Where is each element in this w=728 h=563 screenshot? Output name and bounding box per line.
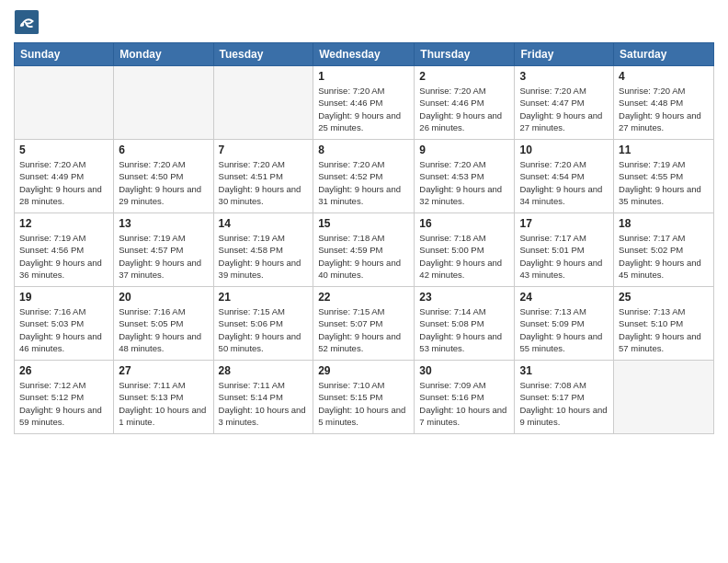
day-number: 14: [219, 217, 309, 230]
day-header-wednesday: Wednesday: [313, 43, 415, 66]
day-info: Sunrise: 7:16 AMSunset: 5:03 PMDaylight:…: [19, 305, 108, 354]
day-number: 23: [419, 291, 509, 304]
day-number: 8: [318, 144, 409, 156]
day-number: 22: [318, 291, 409, 304]
day-info: Sunrise: 7:17 AMSunset: 5:02 PMDaylight:…: [619, 232, 709, 281]
calendar-cell: 30Sunrise: 7:09 AMSunset: 5:16 PMDayligh…: [415, 361, 515, 434]
calendar-cell: 15Sunrise: 7:18 AMSunset: 4:59 PMDayligh…: [313, 213, 415, 287]
day-number: 11: [619, 144, 709, 156]
calendar-cell: 20Sunrise: 7:16 AMSunset: 5:05 PMDayligh…: [114, 287, 213, 361]
calendar-cell: [213, 66, 313, 140]
calendar-cell: 29Sunrise: 7:10 AMSunset: 5:15 PMDayligh…: [313, 361, 415, 434]
day-number: 27: [119, 364, 208, 377]
header: [14, 9, 714, 35]
calendar-cell: [614, 361, 714, 434]
calendar-cell: 17Sunrise: 7:17 AMSunset: 5:01 PMDayligh…: [515, 213, 614, 287]
week-row-5: 26Sunrise: 7:12 AMSunset: 5:12 PMDayligh…: [15, 361, 714, 434]
day-number: 30: [419, 364, 509, 377]
calendar-cell: 26Sunrise: 7:12 AMSunset: 5:12 PMDayligh…: [15, 361, 114, 434]
day-number: 24: [519, 291, 609, 304]
calendar-cell: 1Sunrise: 7:20 AMSunset: 4:46 PMDaylight…: [313, 66, 415, 140]
day-number: 17: [519, 217, 609, 230]
calendar-cell: 23Sunrise: 7:14 AMSunset: 5:08 PMDayligh…: [415, 287, 515, 361]
calendar-cell: [114, 66, 213, 140]
day-info: Sunrise: 7:15 AMSunset: 5:07 PMDaylight:…: [318, 305, 409, 354]
calendar-cell: 11Sunrise: 7:19 AMSunset: 4:55 PMDayligh…: [614, 140, 714, 213]
day-info: Sunrise: 7:20 AMSunset: 4:53 PMDaylight:…: [419, 158, 509, 207]
day-number: 10: [519, 144, 609, 156]
day-info: Sunrise: 7:20 AMSunset: 4:48 PMDaylight:…: [619, 85, 709, 133]
day-info: Sunrise: 7:20 AMSunset: 4:50 PMDaylight:…: [119, 158, 208, 207]
day-number: 1: [318, 70, 409, 83]
calendar-cell: 8Sunrise: 7:20 AMSunset: 4:52 PMDaylight…: [313, 140, 415, 213]
day-info: Sunrise: 7:09 AMSunset: 5:16 PMDaylight:…: [419, 379, 509, 428]
day-info: Sunrise: 7:20 AMSunset: 4:47 PMDaylight:…: [519, 85, 609, 133]
day-number: 19: [19, 291, 108, 304]
calendar-header-row: SundayMondayTuesdayWednesdayThursdayFrid…: [15, 43, 714, 66]
calendar-cell: 4Sunrise: 7:20 AMSunset: 4:48 PMDaylight…: [614, 66, 714, 140]
calendar-cell: 12Sunrise: 7:19 AMSunset: 4:56 PMDayligh…: [15, 213, 114, 287]
day-header-tuesday: Tuesday: [213, 43, 313, 66]
day-number: 13: [119, 217, 208, 230]
svg-point-1: [20, 23, 24, 27]
calendar: SundayMondayTuesdayWednesdayThursdayFrid…: [14, 42, 714, 434]
day-info: Sunrise: 7:19 AMSunset: 4:58 PMDaylight:…: [219, 232, 309, 281]
day-number: 29: [318, 364, 409, 377]
calendar-cell: 18Sunrise: 7:17 AMSunset: 5:02 PMDayligh…: [614, 213, 714, 287]
calendar-cell: 24Sunrise: 7:13 AMSunset: 5:09 PMDayligh…: [515, 287, 614, 361]
day-number: 2: [419, 70, 509, 83]
day-info: Sunrise: 7:08 AMSunset: 5:17 PMDaylight:…: [519, 379, 609, 428]
calendar-cell: 19Sunrise: 7:16 AMSunset: 5:03 PMDayligh…: [15, 287, 114, 361]
calendar-cell: 22Sunrise: 7:15 AMSunset: 5:07 PMDayligh…: [313, 287, 415, 361]
day-info: Sunrise: 7:16 AMSunset: 5:05 PMDaylight:…: [119, 305, 208, 354]
day-info: Sunrise: 7:18 AMSunset: 5:00 PMDaylight:…: [419, 232, 509, 281]
day-number: 31: [519, 364, 609, 377]
day-number: 9: [419, 144, 509, 156]
calendar-cell: 27Sunrise: 7:11 AMSunset: 5:13 PMDayligh…: [114, 361, 213, 434]
day-info: Sunrise: 7:20 AMSunset: 4:51 PMDaylight:…: [219, 158, 309, 207]
day-info: Sunrise: 7:20 AMSunset: 4:52 PMDaylight:…: [318, 158, 409, 207]
day-number: 25: [619, 291, 709, 304]
day-info: Sunrise: 7:20 AMSunset: 4:49 PMDaylight:…: [19, 158, 108, 207]
calendar-cell: 13Sunrise: 7:19 AMSunset: 4:57 PMDayligh…: [114, 213, 213, 287]
day-info: Sunrise: 7:10 AMSunset: 5:15 PMDaylight:…: [318, 379, 409, 428]
day-number: 20: [119, 291, 208, 304]
calendar-cell: 31Sunrise: 7:08 AMSunset: 5:17 PMDayligh…: [515, 361, 614, 434]
week-row-4: 19Sunrise: 7:16 AMSunset: 5:03 PMDayligh…: [15, 287, 714, 361]
calendar-cell: 21Sunrise: 7:15 AMSunset: 5:06 PMDayligh…: [213, 287, 313, 361]
day-info: Sunrise: 7:19 AMSunset: 4:55 PMDaylight:…: [619, 158, 709, 207]
calendar-cell: [15, 66, 114, 140]
day-info: Sunrise: 7:11 AMSunset: 5:13 PMDaylight:…: [119, 379, 208, 428]
calendar-cell: 16Sunrise: 7:18 AMSunset: 5:00 PMDayligh…: [415, 213, 515, 287]
day-info: Sunrise: 7:18 AMSunset: 4:59 PMDaylight:…: [318, 232, 409, 281]
day-number: 7: [219, 144, 309, 156]
logo: [14, 9, 43, 35]
day-info: Sunrise: 7:14 AMSunset: 5:08 PMDaylight:…: [419, 305, 509, 354]
calendar-cell: 10Sunrise: 7:20 AMSunset: 4:54 PMDayligh…: [515, 140, 614, 213]
day-header-friday: Friday: [515, 43, 614, 66]
day-header-monday: Monday: [114, 43, 213, 66]
week-row-2: 5Sunrise: 7:20 AMSunset: 4:49 PMDaylight…: [15, 140, 714, 213]
day-number: 16: [419, 217, 509, 230]
day-info: Sunrise: 7:19 AMSunset: 4:56 PMDaylight:…: [19, 232, 108, 281]
day-number: 28: [219, 364, 309, 377]
day-number: 21: [219, 291, 309, 304]
day-number: 26: [19, 364, 108, 377]
calendar-cell: 28Sunrise: 7:11 AMSunset: 5:14 PMDayligh…: [213, 361, 313, 434]
day-number: 18: [619, 217, 709, 230]
week-row-1: 1Sunrise: 7:20 AMSunset: 4:46 PMDaylight…: [15, 66, 714, 140]
calendar-cell: 7Sunrise: 7:20 AMSunset: 4:51 PMDaylight…: [213, 140, 313, 213]
svg-rect-0: [15, 10, 39, 34]
day-info: Sunrise: 7:20 AMSunset: 4:46 PMDaylight:…: [419, 85, 509, 133]
day-number: 4: [619, 70, 709, 83]
day-info: Sunrise: 7:19 AMSunset: 4:57 PMDaylight:…: [119, 232, 208, 281]
calendar-cell: 3Sunrise: 7:20 AMSunset: 4:47 PMDaylight…: [515, 66, 614, 140]
day-info: Sunrise: 7:11 AMSunset: 5:14 PMDaylight:…: [219, 379, 309, 428]
day-info: Sunrise: 7:20 AMSunset: 4:54 PMDaylight:…: [519, 158, 609, 207]
day-info: Sunrise: 7:17 AMSunset: 5:01 PMDaylight:…: [519, 232, 609, 281]
day-info: Sunrise: 7:15 AMSunset: 5:06 PMDaylight:…: [219, 305, 309, 354]
day-number: 6: [119, 144, 208, 156]
week-row-3: 12Sunrise: 7:19 AMSunset: 4:56 PMDayligh…: [15, 213, 714, 287]
calendar-cell: 14Sunrise: 7:19 AMSunset: 4:58 PMDayligh…: [213, 213, 313, 287]
calendar-cell: 9Sunrise: 7:20 AMSunset: 4:53 PMDaylight…: [415, 140, 515, 213]
